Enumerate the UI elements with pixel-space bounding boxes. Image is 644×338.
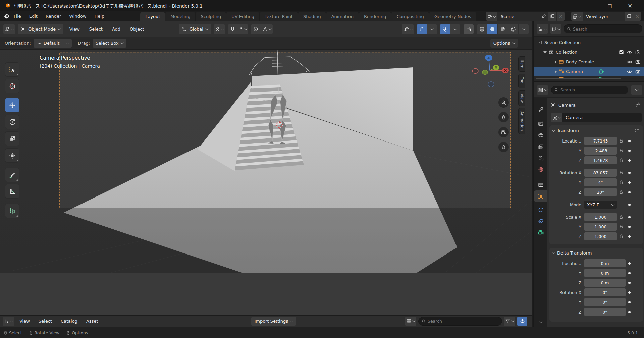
expand-icon[interactable]: [543, 51, 547, 53]
tab-compositing[interactable]: Compositing: [391, 12, 429, 21]
disable-render-icon[interactable]: [635, 69, 640, 74]
checkbox-icon[interactable]: [619, 50, 624, 55]
lock-icon[interactable]: [619, 158, 624, 163]
asset-search[interactable]: [418, 317, 502, 326]
delta-location-y-field[interactable]: 0 m: [584, 269, 626, 277]
asset-menu-view[interactable]: View: [16, 317, 33, 325]
rotation-z-field[interactable]: 20°: [584, 188, 617, 196]
tab-sculpting[interactable]: Sculpting: [196, 12, 226, 21]
expand-icon[interactable]: [555, 70, 557, 73]
animate-dot[interactable]: [628, 172, 631, 174]
breadcrumb-object-name[interactable]: Camera: [558, 103, 576, 108]
delta-rotation-z-field[interactable]: 0°: [584, 308, 626, 316]
menu-window[interactable]: Window: [65, 12, 90, 20]
pan-button[interactable]: [498, 112, 509, 122]
animate-dot[interactable]: [628, 272, 631, 274]
animate-dot[interactable]: [628, 159, 631, 162]
tab-layout[interactable]: Layout: [140, 12, 165, 21]
outliner-search[interactable]: [564, 24, 642, 33]
tool-cursor[interactable]: [5, 79, 19, 93]
pin-icon[interactable]: [635, 102, 640, 108]
delta-location-x-field[interactable]: 0 m: [584, 259, 626, 267]
animate-dot[interactable]: [628, 204, 631, 206]
xray-toggle[interactable]: [464, 24, 474, 34]
viewlayer-new-button[interactable]: [625, 12, 633, 21]
tab-geometry-nodes[interactable]: Geometry Nodes: [429, 12, 476, 21]
tab-output-properties[interactable]: [534, 129, 547, 141]
tab-scene-properties[interactable]: [534, 152, 547, 164]
shading-solid-button[interactable]: [487, 24, 497, 34]
lock-icon[interactable]: [619, 234, 624, 239]
close-button[interactable]: ×: [621, 1, 639, 10]
tool-add-cube[interactable]: [5, 204, 19, 218]
scale-y-field[interactable]: 1.000: [584, 223, 617, 231]
tab-uv-editing[interactable]: UV Editing: [226, 12, 259, 21]
vp-menu-select[interactable]: Select: [86, 25, 106, 33]
tool-measure[interactable]: [5, 184, 19, 199]
hide-viewport-icon[interactable]: [627, 59, 632, 65]
scene-name[interactable]: Scene: [497, 14, 518, 19]
tool-annotate[interactable]: [5, 168, 19, 182]
lock-icon[interactable]: [619, 170, 624, 175]
asset-menu-select[interactable]: Select: [35, 317, 55, 325]
tool-rotate[interactable]: [5, 115, 19, 129]
import-settings-dropdown[interactable]: Import Settings: [251, 317, 296, 326]
display-settings-dropdown[interactable]: [405, 317, 416, 326]
animate-dot[interactable]: [628, 311, 631, 313]
vp-menu-view[interactable]: View: [66, 25, 83, 33]
hide-viewport-icon[interactable]: [627, 69, 632, 74]
shading-material-button[interactable]: [498, 24, 508, 34]
delta-location-z-field[interactable]: 0 m: [584, 279, 626, 287]
pivot-point-dropdown[interactable]: [214, 24, 225, 34]
outliner-search-input[interactable]: [573, 26, 639, 32]
animate-dot[interactable]: [628, 216, 631, 218]
sidebar-tab-tool[interactable]: Tool: [518, 74, 525, 88]
animate-dot[interactable]: [628, 140, 631, 142]
properties-search-input[interactable]: [560, 87, 625, 92]
minimize-button[interactable]: —: [580, 1, 599, 10]
properties-options-dropdown[interactable]: [631, 85, 642, 95]
properties-editor-type-button[interactable]: [537, 85, 548, 95]
delta-panel-header[interactable]: Delta Transform: [549, 248, 643, 258]
snap-settings-dropdown[interactable]: [238, 24, 248, 34]
tab-tool-properties[interactable]: [534, 104, 547, 115]
lock-icon[interactable]: [619, 180, 624, 185]
scene-browse-button[interactable]: [486, 12, 497, 21]
viewlayer-name[interactable]: ViewLayer: [583, 14, 612, 19]
outliner-row-scene-collection[interactable]: Scene Collection: [534, 38, 644, 47]
tab-modeling[interactable]: Modeling: [165, 12, 195, 21]
object-name-field[interactable]: Camera: [562, 113, 642, 122]
vp-menu-object[interactable]: Object: [126, 25, 147, 33]
pin-icon[interactable]: [541, 14, 546, 19]
hide-viewport-icon[interactable]: [627, 50, 632, 55]
transform-orientation-dropdown[interactable]: Global: [179, 24, 211, 34]
outliner-hscrollbar[interactable]: [536, 78, 621, 79]
asset-search-input[interactable]: [428, 319, 499, 324]
animate-dot[interactable]: [628, 235, 631, 238]
properties-search[interactable]: [551, 86, 628, 94]
tab-shading[interactable]: Shading: [298, 12, 326, 21]
vp-menu-add[interactable]: Add: [109, 25, 124, 33]
gizmos-dropdown[interactable]: [427, 24, 437, 34]
tab-constraints-properties[interactable]: [534, 215, 547, 227]
sidebar-tab-item[interactable]: Item: [518, 56, 525, 72]
tool-transform[interactable]: [5, 148, 19, 163]
outliner-row-body-female[interactable]: Body Female -: [534, 57, 644, 67]
disable-render-icon[interactable]: [635, 59, 640, 64]
tab-object-data-properties[interactable]: [534, 227, 547, 238]
sidebar-tab-animation[interactable]: Animation: [518, 108, 525, 134]
location-x-field[interactable]: 7.7143: [584, 137, 617, 145]
lock-icon[interactable]: [619, 190, 624, 194]
location-z-field[interactable]: 1.4678: [584, 156, 617, 164]
tool-scale[interactable]: [5, 131, 19, 146]
overlays-dropdown[interactable]: [450, 24, 460, 34]
animate-dot[interactable]: [628, 226, 631, 228]
tab-physics-properties[interactable]: [534, 204, 547, 215]
sidebar-tab-view[interactable]: View: [518, 90, 525, 106]
camera-view-button[interactable]: [498, 127, 509, 137]
filter-dropdown[interactable]: [504, 317, 515, 326]
tool-move[interactable]: [5, 98, 19, 112]
asset-menu-asset[interactable]: Asset: [83, 317, 102, 325]
delta-rotation-y-field[interactable]: 0°: [584, 298, 626, 306]
menu-file[interactable]: File: [10, 12, 25, 20]
